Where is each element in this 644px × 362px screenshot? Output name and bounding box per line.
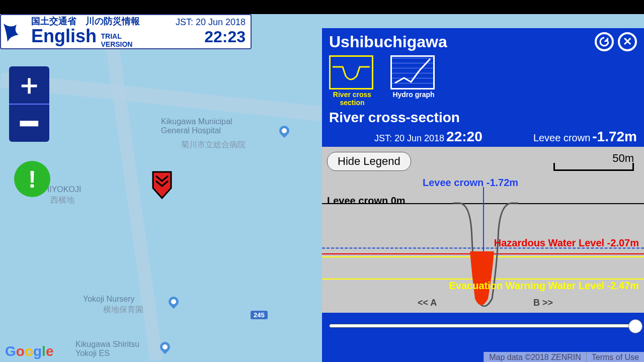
map-label-nursery: Yokoji Nursery: [83, 295, 135, 304]
cross-section-diagram: Hide Legend 50m Levee crown -1.72m Levee…: [322, 147, 644, 313]
route-badge: 245: [251, 311, 268, 319]
levee-crown-label: Levee crown: [533, 132, 590, 144]
hospital-poi-icon: [277, 124, 291, 138]
section-meta: JST: 20 Jun 2018 22:20 Levee crown -1.72…: [322, 129, 644, 147]
detail-panel: Ushibuchigawa ✕ River cross section Hydr…: [322, 28, 644, 362]
zoom-in-button[interactable]: ＋: [9, 66, 49, 104]
label-side-b: B >>: [533, 298, 553, 308]
label-levee-black: Levee crown 0m: [327, 195, 406, 207]
attrib-terms[interactable]: Terms of Use: [586, 352, 644, 362]
scale-bar: 50m: [553, 152, 634, 171]
attrib-data[interactable]: Map data ©2018 ZENRIN: [484, 352, 586, 362]
label-levee-blue: Levee crown -1.72m: [423, 177, 518, 189]
header-bar: 国土交通省 川の防災情報 English TRIALVERSION JST: 2…: [0, 14, 252, 49]
time-slider[interactable]: [322, 313, 644, 339]
header-time: 22:23: [176, 28, 246, 46]
header-trial: TRIALVERSION: [101, 32, 132, 48]
slider-thumb[interactable]: [628, 319, 642, 333]
google-logo: Google: [5, 343, 53, 359]
map-label-hospital: Kikugawa Municipal General Hospital: [161, 117, 232, 135]
river-station-marker[interactable]: [151, 170, 173, 202]
header-date: JST: 20 Jun 2018: [176, 17, 246, 28]
section-title: River cross-section: [322, 107, 644, 129]
zoom-controls: ＋ ━: [9, 66, 49, 142]
refresh-button[interactable]: [595, 32, 614, 51]
map-label-nursery-jp: 横地保育園: [103, 305, 143, 315]
label-side-a: << A: [418, 298, 437, 308]
map-label-hospital-jp: 菊川市立総合病院: [181, 140, 246, 150]
header-language: English: [31, 26, 97, 46]
obs-date: JST: 20 Jun 2018: [374, 133, 444, 144]
label-hazard: Hazardous Water Level -2.07m: [494, 237, 639, 249]
cross-section-icon: [329, 55, 373, 89]
hydrograph-icon: [390, 55, 435, 89]
tab-hydrograph[interactable]: Hydro graph: [390, 55, 437, 107]
tab-label: River cross section: [329, 90, 375, 107]
map-attribution: Map data ©2018 ZENRINTerms of Use: [484, 353, 644, 362]
tab-cross-section[interactable]: River cross section: [329, 55, 375, 107]
label-evac: Evacuation Warning Water Level -2.47m: [449, 280, 639, 292]
close-button[interactable]: ✕: [618, 32, 637, 51]
alert-badge[interactable]: !: [14, 161, 50, 197]
nursery-poi-icon: [167, 295, 181, 309]
obs-time: 22:20: [446, 129, 482, 145]
panel-title: Ushibuchigawa: [329, 33, 591, 51]
zoom-out-button[interactable]: ━: [9, 105, 49, 142]
map-label-shiyokoji-jp: 西横地: [50, 195, 74, 206]
map-label-school: Kikugawa Shiritsu Yokoji ES: [75, 340, 139, 358]
exclaim-icon: !: [28, 165, 36, 193]
tab-label: Hydro graph: [390, 90, 437, 99]
levee-crown-value: -1.72m: [592, 129, 637, 145]
river-wave-icon: [1, 17, 31, 47]
hide-legend-button[interactable]: Hide Legend: [327, 152, 411, 171]
